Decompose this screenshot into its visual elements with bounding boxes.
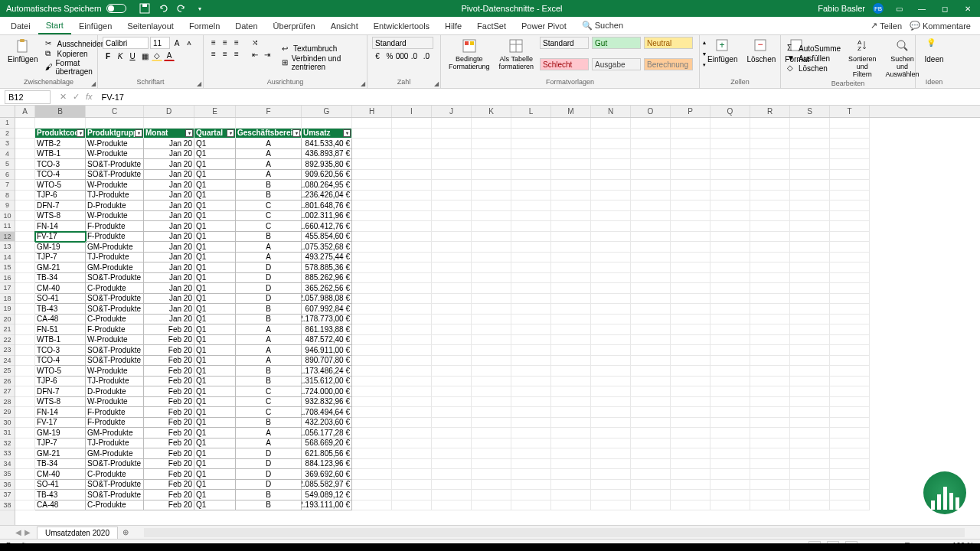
cell[interactable] <box>591 211 631 222</box>
cell[interactable]: C-Produkte <box>86 469 144 480</box>
cell[interactable]: GM-Produkte <box>86 428 144 439</box>
cell[interactable]: SO&T-Produkte <box>86 304 144 315</box>
row-header[interactable]: 3 <box>0 139 15 149</box>
cell[interactable] <box>671 118 710 129</box>
cell[interactable]: W-Produkte <box>86 397 144 408</box>
cell[interactable] <box>352 500 392 511</box>
cell[interactable]: D-Produkte <box>86 201 144 211</box>
cell[interactable]: Q1 <box>194 480 236 491</box>
cell[interactable] <box>551 242 591 253</box>
cell[interactable] <box>671 170 710 181</box>
cell[interactable] <box>830 149 870 160</box>
indent-right-icon[interactable]: ⇥ <box>262 49 273 60</box>
cell[interactable] <box>750 283 790 294</box>
cell[interactable] <box>551 129 591 139</box>
cell[interactable] <box>830 118 870 129</box>
cell[interactable] <box>710 242 750 253</box>
col-header[interactable]: C <box>86 106 144 117</box>
cell[interactable] <box>511 500 551 511</box>
cell[interactable] <box>830 448 870 459</box>
cell[interactable]: 2.193.111,00 € <box>302 500 352 511</box>
cell[interactable] <box>472 459 511 470</box>
cell[interactable] <box>551 232 591 243</box>
cell[interactable] <box>15 315 35 325</box>
cell[interactable] <box>551 345 591 356</box>
cell[interactable] <box>511 253 551 263</box>
cell[interactable]: Q1 <box>194 418 236 429</box>
cell[interactable] <box>352 201 392 211</box>
cell[interactable]: 1.002.311,96 € <box>302 211 352 222</box>
number-format-select[interactable]: Standard <box>372 37 433 49</box>
cell[interactable] <box>392 304 432 315</box>
tab-einfügen[interactable]: Einfügen <box>71 18 119 34</box>
cell[interactable]: DFN-7 <box>35 386 86 397</box>
cell[interactable]: WTO-5 <box>35 366 86 377</box>
cell[interactable] <box>710 273 750 284</box>
cell[interactable] <box>472 386 511 397</box>
cell[interactable] <box>790 469 830 480</box>
cell[interactable] <box>631 418 671 429</box>
cell[interactable]: Feb 20 <box>144 469 194 480</box>
cell[interactable]: FV-17 <box>35 232 86 243</box>
cell[interactable]: B <box>236 418 302 429</box>
cell[interactable] <box>352 439 392 449</box>
cell[interactable]: A <box>236 356 302 367</box>
cell[interactable] <box>551 459 591 470</box>
cell[interactable]: Q1 <box>194 253 236 263</box>
cell[interactable] <box>591 294 631 305</box>
cell[interactable]: 432.203,60 € <box>302 418 352 429</box>
cell[interactable] <box>710 170 750 181</box>
align-top-icon[interactable]: ≡ <box>208 37 219 47</box>
cell[interactable]: Jan 20 <box>144 201 194 211</box>
cell[interactable]: Q1 <box>194 304 236 315</box>
filter-icon[interactable]: ▾ <box>135 129 142 137</box>
cell[interactable] <box>392 459 432 470</box>
cell[interactable]: 436.893,87 € <box>302 149 352 160</box>
cell[interactable] <box>591 356 631 367</box>
cell[interactable] <box>671 386 710 397</box>
cell[interactable] <box>671 283 710 294</box>
cell[interactable] <box>551 500 591 511</box>
cell[interactable] <box>750 448 790 459</box>
cell[interactable] <box>671 253 710 263</box>
cell[interactable]: Feb 20 <box>144 448 194 459</box>
cell[interactable] <box>432 253 472 263</box>
col-header[interactable]: M <box>551 106 591 117</box>
cell[interactable] <box>631 262 671 273</box>
cell[interactable] <box>551 180 591 191</box>
cell[interactable] <box>352 459 392 470</box>
cell[interactable] <box>671 262 710 273</box>
cell[interactable]: Q1 <box>194 232 236 243</box>
cell[interactable] <box>472 170 511 181</box>
cell[interactable]: FV-17 <box>35 418 86 429</box>
cell[interactable]: CA-48 <box>35 500 86 511</box>
cell[interactable]: C <box>236 397 302 408</box>
cell[interactable]: Q1 <box>194 500 236 511</box>
cell[interactable]: 487.572,40 € <box>302 335 352 346</box>
cell[interactable] <box>631 397 671 408</box>
cell[interactable] <box>750 149 790 160</box>
cell[interactable] <box>472 159 511 170</box>
cell[interactable]: 365.262,56 € <box>302 283 352 294</box>
row-header[interactable]: 14 <box>0 253 15 263</box>
cell[interactable] <box>710 418 750 429</box>
cell[interactable]: TJ-Produkte <box>86 377 144 387</box>
cell[interactable] <box>432 418 472 429</box>
cell[interactable]: Q1 <box>194 191 236 201</box>
cell[interactable] <box>790 170 830 181</box>
cell[interactable] <box>631 448 671 459</box>
cell[interactable]: GM-Produkte <box>86 262 144 273</box>
cell[interactable] <box>392 283 432 294</box>
cell[interactable] <box>472 221 511 232</box>
cell[interactable]: C <box>236 211 302 222</box>
cell[interactable] <box>352 386 392 397</box>
cell[interactable] <box>511 129 551 139</box>
cell[interactable] <box>352 191 392 201</box>
col-header[interactable]: Q <box>710 106 750 117</box>
undo-icon[interactable] <box>157 2 169 15</box>
cell[interactable] <box>750 459 790 470</box>
add-sheet-icon[interactable]: ⊕ <box>122 528 129 536</box>
cell[interactable] <box>352 159 392 170</box>
cell[interactable]: Q1 <box>194 345 236 356</box>
cell[interactable] <box>591 129 631 139</box>
